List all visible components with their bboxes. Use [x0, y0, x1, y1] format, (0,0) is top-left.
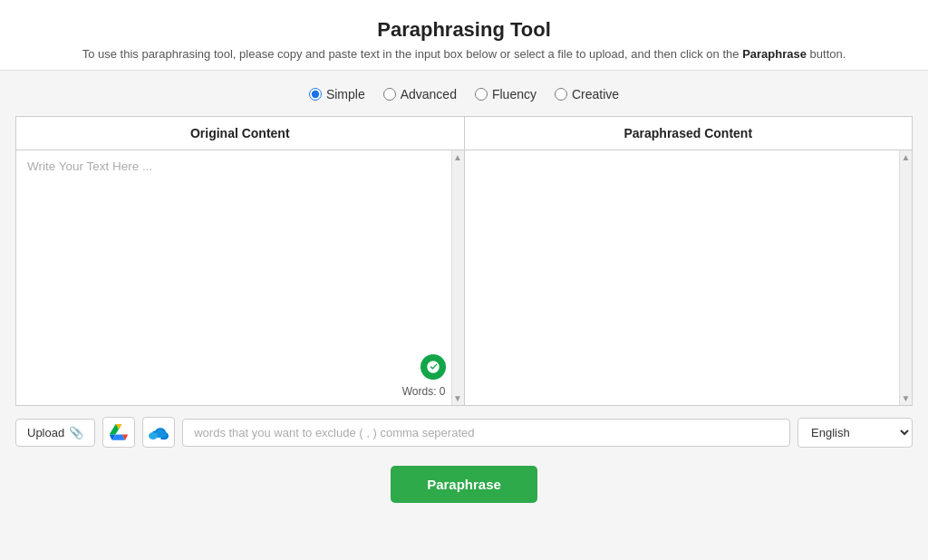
original-panel-body: Words: 0 ▲ ▼ [16, 150, 464, 405]
mode-simple[interactable]: Simple [309, 87, 365, 101]
original-scrollbar[interactable]: ▲ ▼ [451, 150, 464, 405]
paraphrase-section: Paraphrase [391, 466, 537, 503]
mode-fluency-label: Fluency [492, 87, 536, 101]
content-area: Original Content Words: 0 ▲ ▼ Paraphrase… [15, 116, 913, 406]
paraphrased-panel: Paraphrased Content ▲ ▼ [465, 117, 913, 405]
mode-creative[interactable]: Creative [555, 87, 619, 101]
mode-fluency-radio[interactable] [475, 88, 488, 101]
scroll-up-arrow[interactable]: ▲ [453, 150, 462, 164]
upload-button[interactable]: Upload 📎 [15, 419, 95, 447]
scroll-down-arrow[interactable]: ▼ [453, 391, 462, 405]
mode-advanced-radio[interactable] [383, 88, 396, 101]
paraphrased-panel-header: Paraphrased Content [465, 117, 913, 150]
page-title: Paraphrasing Tool [0, 18, 928, 42]
mode-advanced-label: Advanced [401, 87, 457, 101]
original-text-input[interactable] [16, 150, 464, 405]
paperclip-icon: 📎 [69, 426, 83, 439]
onedrive-button[interactable] [142, 417, 175, 448]
mode-selector: Simple Advanced Fluency Creative [309, 87, 619, 101]
paraphrase-button[interactable]: Paraphrase [391, 466, 537, 503]
mode-fluency[interactable]: Fluency [475, 87, 536, 101]
description-text-end: button. [807, 47, 846, 61]
paraphrased-scrollbar[interactable]: ▲ ▼ [899, 150, 912, 405]
header: Paraphrasing Tool To use this paraphrasi… [0, 0, 928, 71]
page-description: To use this paraphrasing tool, please co… [0, 47, 928, 61]
word-count: Words: 0 [402, 385, 446, 398]
main-content: Simple Advanced Fluency Creative Origina… [0, 71, 928, 560]
exclude-words-input[interactable] [182, 419, 790, 447]
onedrive-icon [149, 425, 169, 439]
original-panel-header: Original Content [16, 117, 464, 150]
mode-creative-label: Creative [572, 87, 619, 101]
google-drive-icon [110, 423, 128, 441]
mode-advanced[interactable]: Advanced [383, 87, 457, 101]
paraphrased-scroll-down[interactable]: ▼ [902, 391, 911, 405]
mode-simple-label: Simple [326, 87, 365, 101]
paraphrased-text-output[interactable] [465, 150, 913, 405]
description-text-start: To use this paraphrasing tool, please co… [82, 47, 742, 61]
toolbar: Upload 📎 English Spanish Fr [15, 413, 913, 451]
mode-creative-radio[interactable] [555, 88, 567, 101]
grammarly-icon [420, 354, 446, 380]
svg-point-0 [149, 432, 158, 439]
paraphrased-scroll-up[interactable]: ▲ [902, 150, 911, 164]
original-panel: Original Content Words: 0 ▲ ▼ [16, 117, 465, 405]
description-bold: Paraphrase [742, 47, 807, 61]
language-select[interactable]: English Spanish French German Italian Po… [798, 418, 913, 448]
google-drive-button[interactable] [102, 417, 135, 448]
upload-label: Upload [27, 426, 64, 439]
paraphrased-panel-body: ▲ ▼ [465, 150, 913, 405]
mode-simple-radio[interactable] [309, 88, 322, 101]
